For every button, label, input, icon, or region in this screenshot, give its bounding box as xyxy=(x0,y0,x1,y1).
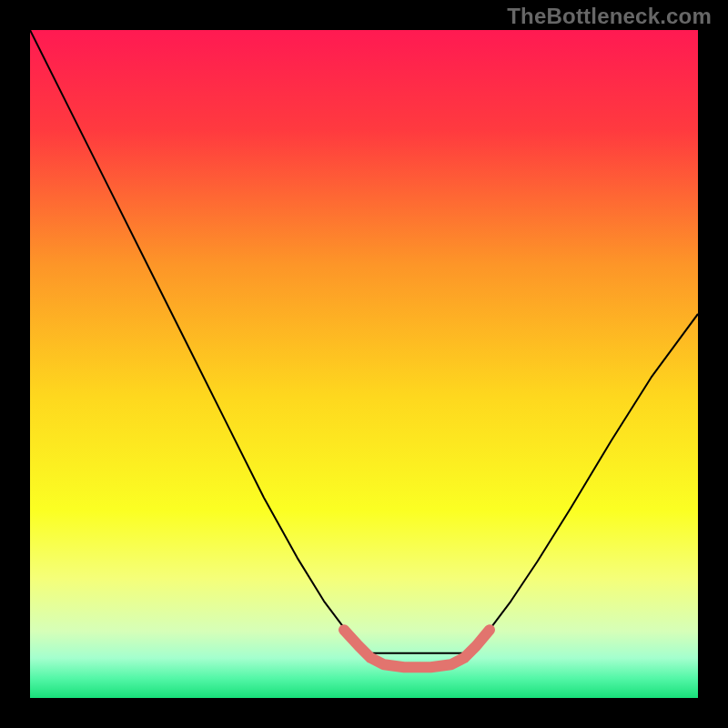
watermark-label: TheBottleneck.com xyxy=(507,4,712,29)
chart-plot-area xyxy=(30,30,698,698)
chart-frame: TheBottleneck.com xyxy=(0,0,728,728)
chart-svg xyxy=(30,30,698,698)
chart-background xyxy=(30,30,698,698)
